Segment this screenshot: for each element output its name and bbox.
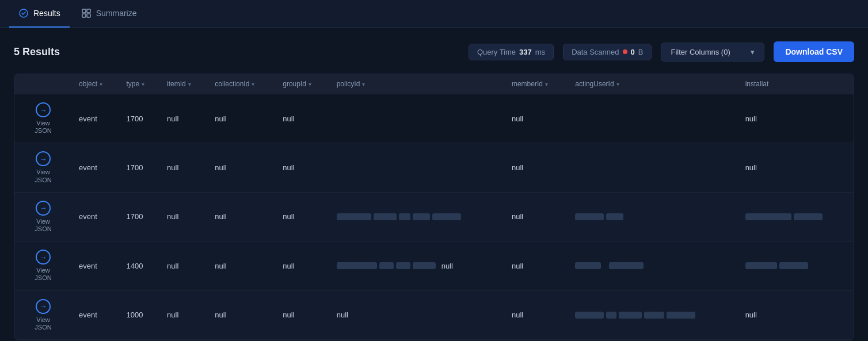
view-json-cell: → ViewJSON <box>14 242 72 290</box>
sort-icon-actinguserid: ▾ <box>616 81 619 87</box>
download-csv-button[interactable]: Download CSV <box>774 41 854 62</box>
blurred-block <box>379 262 394 269</box>
blurred-block <box>575 262 601 269</box>
col-header-collectionid[interactable]: collectionId ▾ <box>208 74 276 94</box>
col-header-policyid[interactable]: policyId ▾ <box>330 74 505 94</box>
view-json-cell: → ViewJSON <box>14 290 72 339</box>
data-scanned-value: 0 <box>631 48 635 56</box>
cell-policyid: null <box>330 242 505 290</box>
data-scanned-badge: Data Scanned 0 B <box>563 44 652 60</box>
sort-icon-collectionid: ▾ <box>252 81 254 87</box>
grid-icon <box>81 8 92 18</box>
blurred-block <box>337 262 377 269</box>
cell-installat: null <box>738 94 854 143</box>
results-table-wrapper: object ▾ type ▾ itemId ▾ <box>14 74 854 340</box>
blurred-block <box>644 312 664 319</box>
table-row: → ViewJSON event 1700 null null null nul… <box>14 94 854 143</box>
results-count: 5 Results <box>14 46 459 58</box>
tab-results-label: Results <box>33 9 60 18</box>
cell-object: event <box>72 290 119 339</box>
view-json-cell: → ViewJSON <box>14 94 72 143</box>
svg-rect-1 <box>82 9 86 13</box>
col-header-type[interactable]: type ▾ <box>119 74 160 94</box>
blurred-block <box>432 213 461 220</box>
sort-icon-policyid: ▾ <box>362 81 365 87</box>
cell-actinguserid <box>568 242 738 290</box>
col-header-installat[interactable]: installat <box>738 74 854 94</box>
blurred-block <box>745 262 777 269</box>
col-header-memberid[interactable]: memberId ▾ <box>505 74 568 94</box>
cell-type: 1400 <box>119 242 160 290</box>
blurred-block <box>413 213 430 220</box>
cell-memberid: null <box>505 192 568 241</box>
sort-icon-memberid: ▾ <box>545 81 548 87</box>
col-header-itemid[interactable]: itemId ▾ <box>160 74 208 94</box>
cell-installat: null <box>738 143 854 192</box>
filter-columns-button[interactable]: Filter Columns (0) ▾ <box>661 43 764 62</box>
cell-actinguserid <box>568 143 738 192</box>
cell-object: event <box>72 192 119 241</box>
blurred-policyid: null <box>337 262 498 270</box>
arrow-circle-icon: → <box>36 102 51 117</box>
cell-itemid: null <box>160 192 208 241</box>
view-json-button[interactable]: → ViewJSON <box>21 299 65 331</box>
cell-type: 1700 <box>119 94 160 143</box>
cell-installat: null <box>738 290 854 339</box>
query-time-unit: ms <box>535 48 545 56</box>
main-content: 5 Results Query Time 337 ms Data Scanned… <box>0 28 868 341</box>
results-icon <box>18 8 29 18</box>
query-time-badge: Query Time 337 ms <box>469 44 554 60</box>
view-json-button[interactable]: → ViewJSON <box>21 151 65 183</box>
cell-object: event <box>72 94 119 143</box>
blurred-block <box>606 213 623 220</box>
blurred-block <box>374 213 397 220</box>
view-json-button[interactable]: → ViewJSON <box>21 201 65 233</box>
sort-icon-groupid: ▾ <box>309 81 311 87</box>
cell-itemid: null <box>160 94 208 143</box>
tab-summarize[interactable]: Summarize <box>72 0 146 28</box>
arrow-circle-icon: → <box>36 151 51 166</box>
svg-rect-3 <box>82 14 86 17</box>
cell-collectionid: null <box>208 242 276 290</box>
cell-type: 1000 <box>119 290 160 339</box>
blurred-actinguserid <box>575 312 731 319</box>
cell-memberid: null <box>505 94 568 143</box>
view-json-cell: → ViewJSON <box>14 143 72 192</box>
blurred-block <box>779 262 808 269</box>
results-header: 5 Results Query Time 337 ms Data Scanned… <box>14 41 854 62</box>
filter-columns-label: Filter Columns (0) <box>671 48 730 56</box>
cell-groupid: null <box>276 192 329 241</box>
blurred-block <box>575 312 604 319</box>
table-row: → ViewJSON event 1700 null null null nul… <box>14 143 854 192</box>
cell-groupid: null <box>276 242 329 290</box>
cell-policyid <box>330 143 505 192</box>
blurred-block <box>794 213 823 220</box>
blurred-block <box>396 262 410 269</box>
cell-object: event <box>72 242 119 290</box>
sort-icon-object: ▾ <box>100 81 102 87</box>
blurred-block <box>413 262 436 269</box>
cell-itemid: null <box>160 290 208 339</box>
col-header-actinguserid[interactable]: actingUserId ▾ <box>568 74 738 94</box>
col-header-groupid[interactable]: groupId ▾ <box>276 74 329 94</box>
arrow-circle-icon: → <box>36 299 51 314</box>
view-json-button[interactable]: → ViewJSON <box>21 250 65 282</box>
cell-collectionid: null <box>208 192 276 241</box>
cell-itemid: null <box>160 242 208 290</box>
query-time-label: Query Time <box>477 48 516 56</box>
table-row: → ViewJSON event 1400 null null null <box>14 242 854 290</box>
sort-icon-type: ▾ <box>142 81 144 87</box>
view-json-button[interactable]: → ViewJSON <box>21 102 65 135</box>
blurred-block <box>745 213 791 220</box>
blurred-installat <box>745 262 847 269</box>
cell-policyid <box>330 94 505 143</box>
cell-policyid <box>330 192 505 241</box>
cell-memberid: null <box>505 242 568 290</box>
blurred-actinguserid <box>575 213 731 220</box>
col-header-object[interactable]: object ▾ <box>72 74 119 94</box>
tab-results[interactable]: Results <box>9 0 70 28</box>
cell-type: 1700 <box>119 192 160 241</box>
cell-actinguserid <box>568 192 738 241</box>
table-row: → ViewJSON event 1700 null null null <box>14 192 854 241</box>
cell-collectionid: null <box>208 290 276 339</box>
